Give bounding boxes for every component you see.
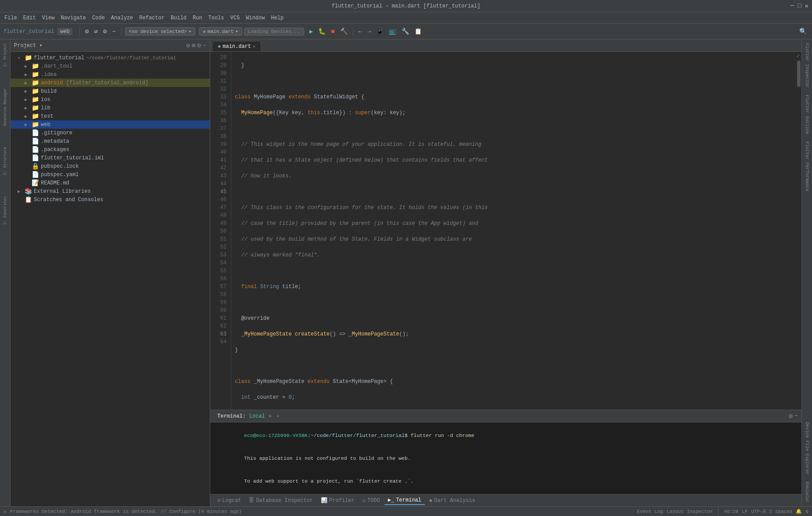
settings-icon[interactable]: ⚙	[83, 27, 90, 36]
menu-view[interactable]: View	[40, 14, 57, 22]
code-content[interactable]: } class MyHomePage extends StatefulWidge…	[231, 52, 795, 410]
menu-build[interactable]: Build	[168, 14, 189, 22]
vertical-scrollbar[interactable]: ✓	[795, 52, 801, 410]
tree-item-root[interactable]: ▾ 📁 flutter_tutorial ~/code/flutter/flut…	[11, 54, 210, 62]
tree-item-scratches[interactable]: 📋 Scratches and Consoles	[11, 195, 210, 204]
project-layout-icon[interactable]: ⊞	[192, 42, 195, 49]
tab-close-main-dart[interactable]: ✕	[253, 44, 255, 49]
tree-item-packages[interactable]: 📄 .packages	[11, 145, 210, 154]
device-file-explorer-label[interactable]: Device File Explorer	[804, 419, 810, 478]
emulator-right-label[interactable]: Emulator	[804, 478, 810, 506]
status-frameworks-text[interactable]: Frameworks Detected: Android framework i…	[10, 509, 242, 514]
tree-item-pubspec-lock[interactable]: 🔒 pubspec.lock	[11, 162, 210, 170]
menu-file[interactable]: File	[2, 14, 20, 22]
tree-item-pubspec-yaml[interactable]: 📄 pubspec.yaml	[11, 170, 210, 179]
tree-item-ios[interactable]: ▶ 📁 ios	[11, 95, 210, 104]
ln-29: 29	[210, 61, 229, 69]
terminal-settings-icon[interactable]: ⚙	[789, 412, 792, 420]
project-settings-icon[interactable]: ⚙	[186, 42, 190, 49]
status-lf[interactable]: LF	[742, 509, 747, 514]
status-extra-icon[interactable]: ⚙	[805, 509, 808, 514]
stop-button[interactable]: ■	[329, 27, 336, 36]
forward-icon[interactable]: →	[366, 27, 373, 36]
tree-item-web[interactable]: ▶ 📁 web	[11, 120, 210, 129]
project-strip-icon[interactable]: 1: Project	[2, 41, 8, 69]
status-layout-inspector[interactable]: Layout Inspector	[667, 509, 713, 514]
tree-item-external-libs[interactable]: ▶ 📚 External Libraries	[11, 187, 210, 195]
menu-help[interactable]: Help	[268, 14, 286, 22]
tab-todo[interactable]: ☑ TODO	[359, 496, 384, 505]
minimize-button[interactable]: ─	[790, 2, 794, 10]
flutter-outline-label[interactable]: Flutter Outline	[804, 91, 810, 138]
terminal-content[interactable]: eco@eco-17ZD990-VX5BK:~/code/flutter/flu…	[210, 422, 801, 494]
flutter-performance-label[interactable]: Flutter Performance	[804, 138, 810, 195]
menu-vcs[interactable]: VCS	[228, 14, 243, 22]
menu-analyze[interactable]: Analyze	[108, 14, 136, 22]
tree-item-gitignore[interactable]: 📄 .gitignore	[11, 129, 210, 137]
minus-icon[interactable]: −	[110, 27, 117, 36]
menu-tools[interactable]: Tools	[206, 14, 227, 22]
device-icon[interactable]: 📱	[374, 27, 385, 36]
menu-code[interactable]: Code	[90, 14, 108, 22]
tab-database-inspector[interactable]: 🗄 Database Inspector	[245, 496, 316, 505]
editor-tab-main-dart[interactable]: ◆ main.dart ✕	[212, 41, 261, 51]
tree-item-metadata[interactable]: 📄 .metadata	[11, 137, 210, 145]
status-indent[interactable]: 2 spaces	[769, 509, 793, 514]
status-encoding[interactable]: UTF-8	[751, 509, 766, 514]
tree-label-iml: flutter_tutorial.iml	[41, 155, 104, 161]
maximize-button[interactable]: □	[798, 2, 801, 10]
tab-profiler[interactable]: 📊 Profiler	[317, 496, 358, 505]
structure-strip[interactable]: Z: Structure	[2, 145, 8, 177]
project-hide-icon[interactable]: −	[203, 42, 206, 49]
run-button[interactable]: ▶	[308, 27, 315, 36]
tab-dart-analysis[interactable]: ◆ Dart Analysis	[426, 496, 479, 505]
terminal-add[interactable]: ＋	[275, 412, 280, 420]
terminal-close[interactable]: ✕	[269, 413, 272, 419]
menu-refactor[interactable]: Refactor	[137, 14, 167, 22]
ln-64: 64	[210, 338, 229, 346]
favorites-strip[interactable]: 2: Favorites	[2, 195, 8, 227]
menu-navigate[interactable]: Navigate	[58, 14, 89, 22]
tree-item-android[interactable]: ▶ 📁 android [flutter_tutorial_android]	[11, 79, 210, 87]
menu-run[interactable]: Run	[190, 14, 205, 22]
debug-button[interactable]: 🐛	[316, 27, 327, 36]
tab-terminal[interactable]: ▶_ Terminal	[384, 496, 425, 505]
flutter-inspector-label[interactable]: Flutter Inspector	[804, 40, 810, 91]
resource-manager-strip[interactable]: Resource Manager	[2, 86, 8, 127]
gear-icon[interactable]: ⚙	[101, 27, 108, 36]
search-toolbar-icon[interactable]: 🔍	[798, 27, 808, 36]
tree-item-lib[interactable]: ▶ 📁 lib	[11, 104, 210, 112]
sync-icon[interactable]: ⇄	[92, 27, 99, 36]
project-gear-icon[interactable]: ⚙	[197, 42, 201, 49]
status-position[interactable]: 40:28	[724, 509, 738, 514]
avd-icon[interactable]: 📋	[413, 27, 424, 36]
terminal-hide-icon[interactable]: −	[794, 412, 798, 420]
terminal-icon: ▶_	[388, 497, 394, 503]
back-icon[interactable]: ←	[357, 27, 364, 36]
device-selector[interactable]: <no device selected> ▾	[125, 27, 196, 36]
terminal-local-label[interactable]: Local	[249, 413, 265, 419]
project-panel-title: Project ▾	[14, 42, 184, 49]
sdk-icon[interactable]: 🔧	[400, 27, 411, 36]
code-line-41	[235, 267, 792, 275]
file-selector-chevron: ▾	[235, 29, 238, 34]
tree-item-dart-tool[interactable]: ▶ 📁 .dart_tool	[11, 62, 210, 70]
file-selector[interactable]: ◆ main.dart ▾	[199, 27, 242, 36]
tree-item-iml[interactable]: 📄 flutter_tutorial.iml	[11, 154, 210, 162]
bottom-tab-terminal-label[interactable]: Terminal: Local ✕ ＋	[214, 411, 284, 421]
code-editor[interactable]: 28 29 30 31 32 33 34 35 36 37 38 39 40 4…	[210, 52, 795, 410]
build-icon[interactable]: 🔨	[338, 27, 349, 36]
emulator-icon[interactable]: 📺	[387, 27, 398, 36]
tree-item-build[interactable]: ▶ 📁 build	[11, 87, 210, 95]
status-notifications[interactable]: 🔔	[796, 509, 802, 514]
tree-item-readme[interactable]: 📝 README.md	[11, 179, 210, 187]
tree-item-test[interactable]: ▶ 📁 test	[11, 112, 210, 120]
ln-31: 31	[210, 77, 229, 85]
database-icon: 🗄	[249, 497, 254, 504]
close-button[interactable]: ✕	[805, 2, 808, 10]
tree-item-idea[interactable]: ▶ 📁 .idea	[11, 70, 210, 79]
menu-window[interactable]: Window	[243, 14, 267, 22]
tab-logcat[interactable]: ≡ Logcat	[214, 497, 244, 505]
status-event-log[interactable]: Event Log	[637, 509, 663, 514]
menu-edit[interactable]: Edit	[21, 14, 39, 22]
